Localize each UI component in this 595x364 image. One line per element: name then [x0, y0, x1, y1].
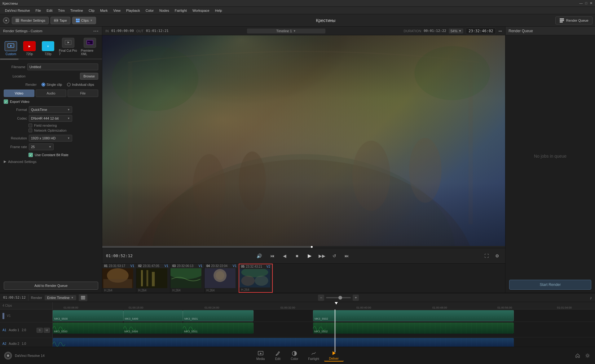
tab-deliver[interactable]: Deliver	[324, 349, 344, 362]
tape-label: Tape	[60, 19, 67, 22]
audio1-clip-3[interactable]: MK3_5501	[183, 322, 253, 334]
audio1-clip-2[interactable]: MK3_5499	[123, 322, 183, 334]
render-label: Render	[31, 296, 42, 300]
menu-mark[interactable]: Mark	[98, 8, 110, 13]
menu-help[interactable]: Help	[213, 8, 225, 13]
audio1-clip-4[interactable]: MK3_5502	[313, 322, 514, 334]
video-track-name: V1	[7, 314, 11, 318]
settings-button[interactable]: ⚙	[493, 252, 501, 260]
minimize-button[interactable]: —	[579, 1, 583, 5]
tab-audio[interactable]: Audio	[36, 90, 66, 97]
clip-item-4[interactable]: 04 23:32:22:04 V1 H.264	[205, 264, 239, 293]
clips-button[interactable]: Clips ▼	[72, 17, 96, 24]
timeline-dropdown[interactable]: Timeline 1 ▼	[247, 29, 325, 33]
settings-footer-button[interactable]	[584, 352, 591, 359]
framerate-dropdown-arrow: ▼	[49, 145, 51, 148]
tape-button[interactable]: Tape	[51, 17, 70, 24]
export-video-checkbox[interactable]	[4, 99, 8, 104]
home-button[interactable]	[574, 352, 581, 359]
individual-clips-radio[interactable]: Individual clips	[67, 83, 94, 86]
menu-edit[interactable]: Edit	[44, 8, 55, 13]
format-row: Format QuickTime ▼	[4, 106, 98, 113]
davinci-logo-icon	[2, 17, 10, 24]
render-settings-button[interactable]: Render Settings	[12, 17, 49, 24]
resolution-select[interactable]: 1920 x 1080 HD ▼	[29, 135, 72, 142]
advanced-settings-toggle[interactable]: ▶	[4, 160, 6, 164]
svg-rect-36	[141, 270, 143, 286]
start-render-button[interactable]: Start Render	[509, 280, 591, 290]
title-bar-controls[interactable]: — □ ✕	[579, 1, 593, 5]
video-clip-4[interactable]: MK3_5502	[313, 310, 514, 321]
preset-vimeo[interactable]: V 720p	[40, 41, 56, 56]
field-rendering-checkbox[interactable]	[29, 124, 32, 127]
zoom-select[interactable]: 54% ▼	[449, 29, 463, 33]
menu-davinci[interactable]: DaVinci Resolve	[2, 8, 33, 13]
close-button[interactable]: ✕	[590, 1, 593, 5]
tab-edit[interactable]: Edit	[270, 350, 286, 361]
clip-item-3[interactable]: 03 23:32:06:13 V1 H.264	[170, 264, 205, 293]
menu-clip[interactable]: Clip	[86, 8, 97, 13]
resolution-dropdown-arrow: ▼	[67, 137, 70, 140]
step-forward-button[interactable]: ▶▶	[318, 252, 326, 260]
clip-item-5[interactable]: 05 23:32:43:21 V2 H.264	[239, 264, 273, 293]
zoom-out-button[interactable]: −	[318, 295, 324, 301]
browse-button[interactable]: Browse	[80, 73, 98, 80]
menu-color[interactable]: Color	[143, 8, 156, 13]
format-select[interactable]: QuickTime ▼	[29, 106, 72, 113]
menu-file[interactable]: File	[33, 8, 44, 13]
audio1-clip-1[interactable]: MK3_5500	[53, 322, 123, 334]
panel-options-button[interactable]: •••	[93, 29, 99, 33]
tab-fairlight[interactable]: Fairlight	[303, 350, 324, 361]
tab-file[interactable]: File	[68, 90, 98, 97]
menu-fairlight[interactable]: Fairlight	[172, 8, 189, 13]
render-option-select[interactable]: Entire Timeline ▼	[45, 295, 76, 300]
timecode-options-button[interactable]: •••	[498, 29, 502, 33]
constant-bitrate-checkbox[interactable]	[29, 153, 33, 157]
skip-to-end-button[interactable]: ⏭	[342, 252, 351, 260]
transport-right-controls: ⛶ ⚙	[482, 252, 501, 260]
volume-icon[interactable]: 🔊	[257, 253, 262, 258]
menu-trim[interactable]: Trim	[55, 8, 67, 13]
clip-footer-4: H.264	[205, 288, 238, 293]
preset-premiere[interactable]: Pr Premiere XML	[81, 38, 99, 56]
stop-button[interactable]: ■	[293, 252, 302, 260]
tab-media[interactable]: Media	[251, 350, 270, 361]
single-clip-radio[interactable]: Single clip	[42, 83, 62, 86]
video-clip-3[interactable]: MK3_5501	[183, 310, 253, 321]
clip-item-1[interactable]: 01 23:31:53:17 V1 H.264	[102, 264, 136, 293]
menu-workspace[interactable]: Workspace	[190, 8, 212, 13]
audio1-solo-button[interactable]: S	[37, 328, 43, 333]
menu-nodes[interactable]: Nodes	[157, 8, 172, 13]
play-button[interactable]: ▶	[305, 252, 314, 260]
maximize-button[interactable]: □	[585, 1, 587, 5]
loop-button[interactable]: ↺	[330, 252, 339, 260]
fullscreen-button[interactable]: ⛶	[482, 252, 491, 260]
timeline-view-button[interactable]	[79, 294, 87, 301]
menu-playback[interactable]: Playback	[124, 8, 143, 13]
clips-dropdown-icon[interactable]: ▼	[90, 19, 93, 22]
filename-input[interactable]	[27, 64, 98, 70]
preset-custom[interactable]: Custom	[3, 41, 19, 56]
tab-video[interactable]: Video	[4, 90, 34, 97]
render-queue-button[interactable]: Render Queue	[555, 16, 593, 24]
video-clip-1[interactable]: MK3_5500	[53, 310, 123, 321]
audio1-mute-button[interactable]: M	[44, 328, 50, 333]
tab-color[interactable]: Color	[286, 350, 303, 361]
video-clip-2[interactable]: MK3_5499	[123, 310, 183, 321]
clip-item-2[interactable]: 02 23:31:47:05 V1 H.264	[136, 264, 170, 293]
step-back-button[interactable]: ◀	[280, 252, 289, 260]
preset-finalcut[interactable]: Final Cut Pro 7	[59, 38, 78, 56]
network-opt-checkbox[interactable]	[29, 129, 32, 132]
scroll-thumb[interactable]	[0, 59, 19, 60]
menu-view[interactable]: View	[111, 8, 123, 13]
filename-label: Filename	[4, 65, 25, 69]
framerate-select[interactable]: 25 ▼	[29, 143, 54, 150]
add-to-render-queue-button[interactable]: Add to Render Queue	[4, 282, 98, 290]
codec-select[interactable]: DNxHR 444 12-bit ▼	[29, 115, 72, 122]
menu-timeline[interactable]: Timeline	[68, 8, 86, 13]
zoom-in-button[interactable]: +	[353, 295, 359, 301]
location-label: Location	[4, 74, 25, 78]
skip-to-start-button[interactable]: ⏮	[268, 252, 277, 260]
zoom-slider[interactable]	[326, 297, 351, 298]
preset-youtube[interactable]: ▶ 720p	[22, 41, 37, 56]
